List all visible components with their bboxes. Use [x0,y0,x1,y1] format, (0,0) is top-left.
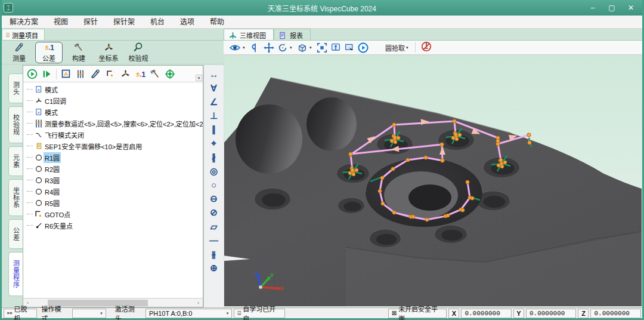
close-button[interactable]: ✕ [623,2,639,13]
safety-plane-indicator[interactable]: ⊠ 未开启安全平面 [388,309,447,318]
tree-row[interactable]: GOTO点 [23,208,203,220]
tree-mode-icon: a [35,108,42,116]
view-cube-button[interactable] [296,41,308,54]
menu-item-2[interactable]: 探针 [76,16,106,29]
side-tab-校验规[interactable]: 校验规 [8,106,23,143]
locate-button[interactable] [329,41,342,54]
measure-params-button[interactable] [74,67,87,81]
fit-view-button[interactable] [315,41,328,54]
menu-item-0[interactable]: 解决方案 [2,16,46,29]
align-button[interactable] [163,67,177,81]
viewport-3d[interactable]: XYZ [224,56,642,307]
tree-row[interactable]: a模式 [23,106,203,118]
tree-row[interactable]: a模式 [23,84,203,95]
run-button[interactable] [26,67,39,81]
gdt-concentricity-button[interactable]: ◎ [208,165,221,176]
menu-item-5[interactable]: 选项 [172,16,202,29]
toolbar-overflow-button[interactable]: ▾ [196,75,202,81]
tree-row-label: R6矢量点 [44,220,74,231]
app-window: ⌶ 天准三坐标系统 VispecCube 2024 – ▢ ✕ 解决方案视图探针… [0,0,644,320]
hscroll-right-arrow[interactable]: › [194,300,203,306]
tolerance-button[interactable]: ±1 [134,67,147,81]
menu-item-4[interactable]: 机台 [143,16,172,29]
flag-view-button[interactable] [343,41,355,54]
book-icon: ⌸ [237,310,241,317]
menu-item-1[interactable]: 视图 [46,16,76,29]
touch-point [390,139,394,143]
gdt-parallelism-button[interactable]: ∥ [208,124,221,135]
maximize-button[interactable]: ▢ [603,2,620,13]
mode-combo[interactable]: ▾ [72,309,106,318]
view-cube-dropdown-icon[interactable]: ▾ [309,45,314,50]
ribbon-坐标系-button[interactable]: 坐标系 [95,42,122,63]
circle-pick-button[interactable] [370,41,383,54]
gdt-straightness-button[interactable]: — [208,235,221,245]
gdt-angularity-button[interactable]: ∠ [208,96,221,107]
coordinate-system-button[interactable] [119,67,132,81]
goto-button[interactable] [104,67,117,81]
side-tab-公差[interactable]: 公差 [8,219,23,249]
gdt-symmetry-button[interactable]: ⫵ [208,248,221,259]
gdt-perpendicularity-button[interactable]: ⊥ [208,110,221,121]
path-waypoint [391,167,395,171]
ribbon-label: 公差 [42,53,55,63]
menu-item-6[interactable]: 帮助 [202,16,232,29]
tree-row[interactable]: R5圆 [23,197,203,208]
tab-报表[interactable]: 报表 [274,29,311,40]
tree-row[interactable]: R2圆 [23,163,203,174]
path-waypoint [351,168,354,172]
tree-row[interactable]: SEP1安全平面偏移<10>是否启用 [23,140,203,152]
side-tab-测头[interactable]: 测头 [8,73,23,103]
spin-view-button[interactable] [276,41,289,54]
side-tab-测量程序[interactable]: 测量程序 [8,252,23,296]
ribbon-公差-button[interactable]: ±1公差 [35,42,63,63]
display-mode-button[interactable] [228,41,242,54]
run-step-icon [42,69,52,79]
tab-measure-items[interactable]: ⌸ 测量项目 [2,29,45,40]
gdt-true-position-button[interactable]: ⊕ [208,263,221,273]
gdt-symmetry-slash-button[interactable]: ∦ [208,152,221,162]
tree-row[interactable]: 测量参数逼近<5>,回退<5>,搜索<6>,定位<2>,定位加<2>,测量· [23,118,203,129]
link-icon: ⚯ [7,310,12,316]
gdt-circularity-button[interactable]: ○ [208,180,221,190]
tree-circle-icon [35,165,42,173]
minimize-button[interactable]: – [584,2,601,13]
side-tab-元素[interactable]: 元素 [8,146,23,176]
ribbon-caliper-icon [14,42,24,53]
gdt-position-button[interactable]: ⌖ [208,138,221,149]
ribbon-校验规-button[interactable]: 校验规 [125,42,152,63]
gdt-flatness-button[interactable]: ▱ [208,221,221,232]
circle-pick-dropdown-icon[interactable]: ▾ [406,45,411,50]
tab-三维视图[interactable]: 三维视图 [224,29,274,40]
spin-view-dropdown-icon[interactable]: ▾ [290,45,295,50]
probe-combo[interactable]: PH10T A:0,B:0 ▾ [145,309,232,318]
tree-row[interactable]: R1圆 [23,152,203,163]
tree-row[interactable]: C1回调 [23,95,203,106]
ribbon-构建-button[interactable]: 构建 [65,42,92,63]
ribbon-测量-button[interactable]: 测量 [5,42,33,63]
menu-item-3[interactable]: 探针架 [106,16,143,29]
touch-point [503,161,507,164]
circle-pick-label[interactable]: 圆拾取 [385,43,405,53]
side-tab-坐标系[interactable]: 坐标系 [8,179,23,216]
tab-measure-items-label: 测量项目 [12,30,38,40]
gdt-runout-button[interactable]: ⊖ [208,193,221,204]
selflearn-indicator[interactable]: ⌸ 自学习已开启 [234,309,285,318]
construct-button[interactable] [148,67,162,81]
offline-indicator[interactable]: ⚯ 已脱机 [4,309,37,318]
auto-label-button[interactable]: A [59,67,72,81]
gdt-angle-between-button[interactable]: ∀ [208,82,221,93]
pan-view-button[interactable] [262,41,275,54]
tree-row[interactable]: R4圆 [23,186,203,197]
tree-row[interactable]: 飞行模式关闭 [23,129,203,140]
measure-button[interactable] [89,67,102,81]
gdt-distance-button[interactable]: ↔ [208,69,221,79]
run-step-button[interactable] [41,67,54,81]
rotate-view-button[interactable] [249,41,261,54]
tree-row[interactable]: R6矢量点 [23,220,203,231]
run-preview-button[interactable] [357,41,369,54]
probe-disable-button[interactable] [420,41,432,54]
display-mode-dropdown-icon[interactable]: ▾ [243,45,247,50]
tree-row[interactable]: R3圆 [23,174,203,186]
gdt-total-runout-button[interactable]: ⊘ [208,207,221,218]
